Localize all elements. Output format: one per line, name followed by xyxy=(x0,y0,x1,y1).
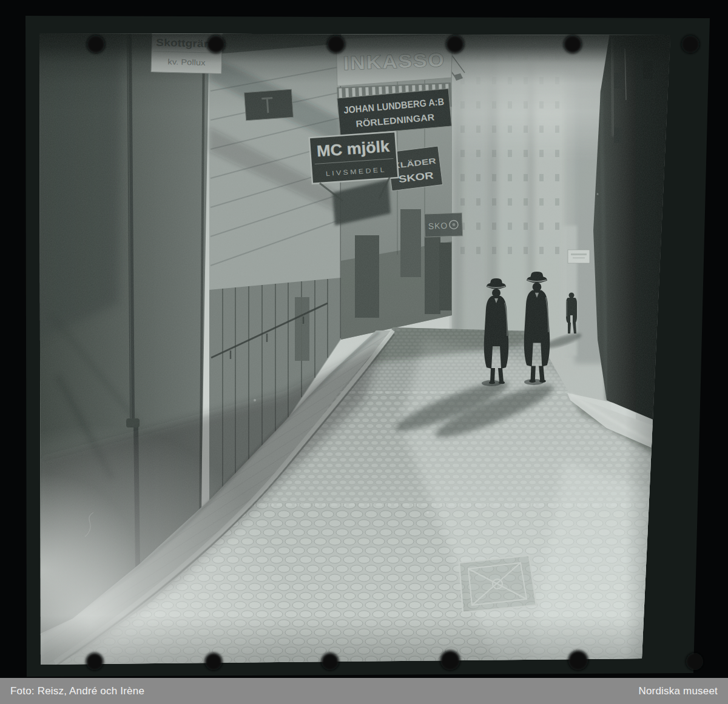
photo-credit: Foto: Reisz, André och Irène xyxy=(10,685,144,697)
photo-scene: Skottgränd kv. Pollux INKASSO JOHAN LUND… xyxy=(0,0,728,678)
film-grain xyxy=(24,16,711,678)
photograph: Skottgränd kv. Pollux INKASSO JOHAN LUND… xyxy=(0,16,711,678)
museum-name: Nordiska museet xyxy=(638,685,718,697)
caption-bar: Foto: Reisz, André och Irène Nordiska mu… xyxy=(0,678,728,704)
